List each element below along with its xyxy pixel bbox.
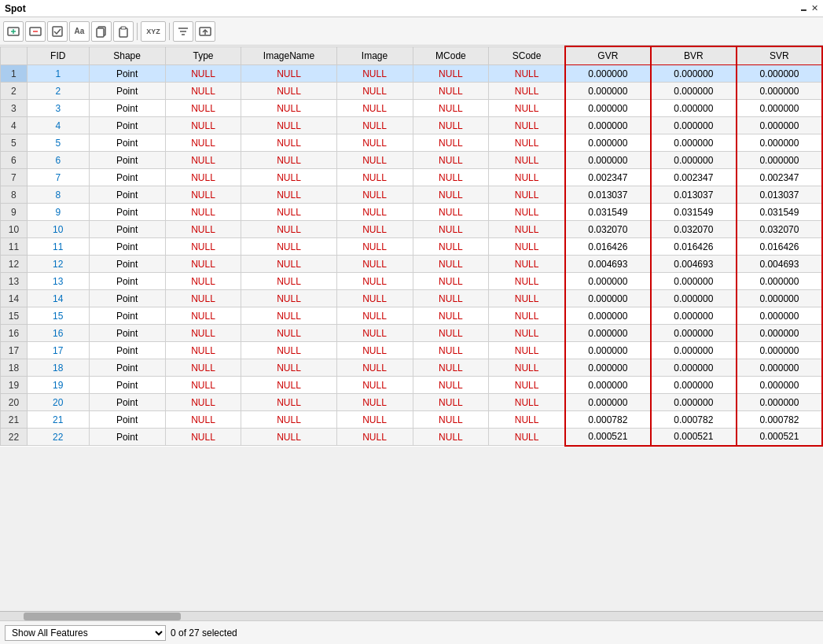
col-header-image[interactable]: Image <box>336 46 413 65</box>
table-row[interactable]: 2222PointNULLNULLNULLNULLNULL0.0005210.0… <box>1 429 823 446</box>
fid-cell[interactable]: 8 <box>27 186 89 204</box>
text-button[interactable]: Aa <box>69 21 90 42</box>
table-row[interactable]: 77PointNULLNULLNULLNULLNULL0.0023470.002… <box>1 169 823 186</box>
add-row-button[interactable] <box>3 21 24 42</box>
fid-cell[interactable]: 12 <box>27 256 89 273</box>
gvr-cell: 0.000000 <box>565 359 651 377</box>
scode-cell: NULL <box>489 186 565 204</box>
svr-cell: 0.000000 <box>737 377 822 394</box>
table-row[interactable]: 1919PointNULLNULLNULLNULLNULL0.0000000.0… <box>1 377 823 394</box>
col-header-gvr[interactable]: GVR <box>565 46 651 65</box>
horizontal-scrollbar[interactable] <box>0 611 823 620</box>
copy-button[interactable] <box>91 21 112 42</box>
fid-cell[interactable]: 13 <box>27 273 89 290</box>
table-row[interactable]: 1616PointNULLNULLNULLNULLNULL0.0000000.0… <box>1 325 823 342</box>
table-row[interactable]: 1212PointNULLNULLNULLNULLNULL0.0046930.0… <box>1 256 823 273</box>
fid-cell[interactable]: 4 <box>27 117 89 134</box>
col-header-scode[interactable]: SCode <box>489 46 565 65</box>
imagename-cell: NULL <box>241 65 336 83</box>
scrollbar-thumb[interactable] <box>24 613 181 620</box>
fid-cell[interactable]: 17 <box>27 342 89 359</box>
col-header-svr[interactable]: SVR <box>737 46 822 65</box>
fid-cell[interactable]: 3 <box>27 100 89 117</box>
table-row[interactable]: 33PointNULLNULLNULLNULLNULL0.0000000.000… <box>1 100 823 117</box>
fid-cell[interactable]: 15 <box>27 307 89 325</box>
imagename-cell: NULL <box>241 273 336 290</box>
row-number: 11 <box>1 238 28 256</box>
table-row[interactable]: 99PointNULLNULLNULLNULLNULL0.0315490.031… <box>1 204 823 221</box>
svr-cell: 0.013037 <box>737 186 822 204</box>
delete-row-button[interactable] <box>25 21 46 42</box>
show-features-select[interactable]: Show All Features Show Selected Features… <box>5 625 166 641</box>
gvr-cell: 0.000000 <box>565 325 651 342</box>
col-header-fid[interactable]: FID <box>27 46 89 65</box>
table-row[interactable]: 1717PointNULLNULLNULLNULLNULL0.0000000.0… <box>1 342 823 359</box>
close-button[interactable]: ✕ <box>811 3 818 13</box>
table-row[interactable]: 66PointNULLNULLNULLNULLNULL0.0000000.000… <box>1 152 823 169</box>
shape-cell: Point <box>89 429 165 446</box>
imagename-cell: NULL <box>241 238 336 256</box>
imagename-cell: NULL <box>241 325 336 342</box>
table-row[interactable]: 44PointNULLNULLNULLNULLNULL0.0000000.000… <box>1 117 823 134</box>
fid-cell[interactable]: 19 <box>27 377 89 394</box>
table-row[interactable]: 1111PointNULLNULLNULLNULLNULL0.0164260.0… <box>1 238 823 256</box>
row-number: 21 <box>1 411 28 429</box>
mcode-cell: NULL <box>413 342 489 359</box>
pin-button[interactable]: 🗕 <box>799 3 808 13</box>
fid-cell[interactable]: 9 <box>27 204 89 221</box>
col-header-mcode[interactable]: MCode <box>413 46 489 65</box>
table-scroll-area[interactable]: FID Shape Type ImageName Image MCode SCo… <box>0 46 823 611</box>
table-row[interactable]: 1515PointNULLNULLNULLNULLNULL0.0000000.0… <box>1 307 823 325</box>
window-title: Spot <box>5 3 26 14</box>
table-row[interactable]: 55PointNULLNULLNULLNULLNULL0.0000000.000… <box>1 134 823 152</box>
fid-cell[interactable]: 7 <box>27 169 89 186</box>
table-row[interactable]: 2121PointNULLNULLNULLNULLNULL0.0007820.0… <box>1 411 823 429</box>
table-row[interactable]: 11PointNULLNULLNULLNULLNULL0.0000000.000… <box>1 65 823 83</box>
bottom-bar: Show All Features Show Selected Features… <box>0 620 823 644</box>
fid-cell[interactable]: 18 <box>27 359 89 377</box>
gvr-cell: 0.000000 <box>565 83 651 100</box>
imagename-cell: NULL <box>241 377 336 394</box>
table-row[interactable]: 1414PointNULLNULLNULLNULLNULL0.0000000.0… <box>1 290 823 307</box>
fid-cell[interactable]: 14 <box>27 290 89 307</box>
imagename-cell: NULL <box>241 411 336 429</box>
table-row[interactable]: 1010PointNULLNULLNULLNULLNULL0.0320700.0… <box>1 221 823 238</box>
type-cell: NULL <box>165 273 241 290</box>
table-row[interactable]: 88PointNULLNULLNULLNULLNULL0.0130370.013… <box>1 186 823 204</box>
fid-cell[interactable]: 16 <box>27 325 89 342</box>
export-button[interactable] <box>195 21 215 42</box>
scode-cell: NULL <box>489 204 565 221</box>
select-all-button[interactable] <box>47 21 68 42</box>
row-number: 8 <box>1 186 28 204</box>
bvr-cell: 0.004693 <box>651 256 737 273</box>
shape-cell: Point <box>89 394 165 411</box>
fid-cell[interactable]: 20 <box>27 394 89 411</box>
table-row[interactable]: 2020PointNULLNULLNULLNULLNULL0.0000000.0… <box>1 394 823 411</box>
fid-cell[interactable]: 1 <box>27 65 89 83</box>
gvr-cell: 0.000000 <box>565 100 651 117</box>
col-header-shape[interactable]: Shape <box>89 46 165 65</box>
fid-cell[interactable]: 10 <box>27 221 89 238</box>
image-cell: NULL <box>336 169 413 186</box>
fid-cell[interactable]: 6 <box>27 152 89 169</box>
image-cell: NULL <box>336 429 413 446</box>
bvr-cell: 0.031549 <box>651 204 737 221</box>
paste-button[interactable] <box>113 21 134 42</box>
shape-cell: Point <box>89 359 165 377</box>
fid-cell[interactable]: 11 <box>27 238 89 256</box>
type-cell: NULL <box>165 221 241 238</box>
xyz-button[interactable]: XYZ <box>141 21 166 42</box>
filter-button[interactable] <box>173 21 193 42</box>
table-row[interactable]: 1818PointNULLNULLNULLNULLNULL0.0000000.0… <box>1 359 823 377</box>
fid-cell[interactable]: 22 <box>27 429 89 446</box>
fid-cell[interactable]: 5 <box>27 134 89 152</box>
table-row[interactable]: 22PointNULLNULLNULLNULLNULL0.0000000.000… <box>1 83 823 100</box>
fid-cell[interactable]: 21 <box>27 411 89 429</box>
col-header-bvr[interactable]: BVR <box>651 46 737 65</box>
svr-cell: 0.031549 <box>737 204 822 221</box>
table-row[interactable]: 1313PointNULLNULLNULLNULLNULL0.0000000.0… <box>1 273 823 290</box>
fid-cell[interactable]: 2 <box>27 83 89 100</box>
image-cell: NULL <box>336 256 413 273</box>
col-header-type[interactable]: Type <box>165 46 241 65</box>
col-header-imagename[interactable]: ImageName <box>241 46 336 65</box>
